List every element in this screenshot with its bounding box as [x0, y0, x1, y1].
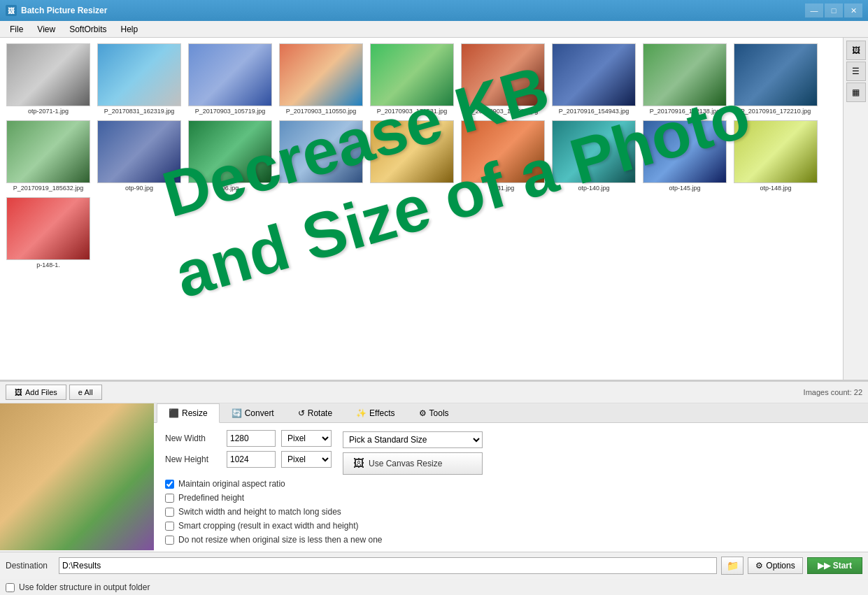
aspect-ratio-label: Maintain original aspect ratio — [178, 479, 285, 489]
list-item[interactable]: P_20170916_172138.jpg — [639, 41, 730, 117]
browse-button[interactable]: 📁 — [721, 557, 744, 575]
thumbnail-label: otp-148.jpg — [760, 185, 791, 192]
list-item[interactable]: P_20170903_110550.jpg — [276, 41, 367, 117]
thumbnail-label: p-148-1. — [36, 261, 60, 268]
tab-resize[interactable]: ⬛ Resize — [157, 403, 220, 423]
no-resize-checkbox[interactable] — [165, 536, 174, 545]
canvas-resize-label: Use Canvas Resize — [369, 459, 442, 468]
list-item[interactable]: P_20170831_162319.jpg — [94, 41, 185, 117]
height-label: New Height — [165, 454, 221, 464]
start-button[interactable]: ▶▶ Start — [807, 557, 862, 574]
width-unit-select[interactable]: Pixel Percent Cm Inch — [281, 430, 332, 447]
tab-bar: ⬛ Resize 🔄 Convert ↺ Rotate ✨ Effects — [154, 403, 868, 423]
remove-all-button[interactable]: e All — [69, 385, 102, 400]
height-input[interactable] — [227, 451, 276, 468]
minimize-button[interactable]: — — [805, 3, 823, 17]
list-item[interactable] — [276, 117, 367, 194]
tab-rotate[interactable]: ↺ Rotate — [286, 403, 344, 422]
list-item[interactable]: P_20170903_171531.jpg — [367, 41, 457, 117]
list-item[interactable]: 06.jpg — [185, 117, 276, 194]
list-item[interactable]: P_20170919_185632.jpg — [3, 117, 94, 194]
list-item[interactable]: P_20170916_172210.jpg — [730, 41, 821, 117]
resize-panel: New Width Pixel Percent Cm Inch — [154, 423, 868, 552]
aspect-ratio-row: Maintain original aspect ratio — [165, 479, 857, 489]
list-item[interactable] — [367, 117, 457, 194]
destination-input[interactable] — [59, 557, 717, 574]
thumbnail-label: otp-2071-1.jpg — [28, 108, 69, 115]
height-row: New Height Pixel Percent Cm Inch — [165, 451, 332, 468]
thumbnail-label: -131.jpg — [492, 185, 515, 192]
thumbnail-label: P_20170903_110550.jpg — [286, 108, 357, 115]
menu-help[interactable]: Help — [114, 23, 145, 36]
options-button[interactable]: ⚙ Options — [748, 557, 802, 574]
thumbnail-image — [643, 43, 727, 106]
list-item[interactable]: otp-90.jpg — [94, 117, 185, 194]
preview-area — [0, 403, 154, 550]
add-files-button[interactable]: 🖼 Add Files — [6, 385, 66, 400]
rotate-icon: ↺ — [298, 408, 305, 418]
width-row: New Width Pixel Percent Cm Inch — [165, 430, 332, 447]
thumbnail-label: P_20170831_162319.jpg — [104, 108, 175, 115]
images-count: Images count: 22 — [804, 388, 862, 396]
tab-tools[interactable]: ⚙ Tools — [407, 403, 461, 422]
predefined-height-label: Predefined height — [178, 493, 244, 503]
add-files-label: Add Files — [25, 388, 57, 396]
tab-effects[interactable]: ✨ Effects — [344, 403, 406, 422]
gallery-grid: otp-2071-1.jpg P_20170831_162319.jpg P_2… — [0, 38, 868, 274]
tab-convert[interactable]: 🔄 Convert — [220, 403, 286, 422]
thumbnail-label: P_20170903_171531.jpg — [377, 108, 448, 115]
view-icon-1[interactable]: 🖼 — [846, 41, 866, 60]
smart-crop-label: Smart cropping (result in exact width an… — [178, 521, 358, 531]
list-item[interactable]: P_20170903_182256.jpg — [457, 41, 548, 117]
thumbnail-label: otp-145.jpg — [669, 185, 700, 192]
list-item[interactable]: otp-148.jpg — [730, 117, 821, 194]
menu-view[interactable]: View — [30, 23, 62, 36]
predefined-height-row: Predefined height — [165, 493, 857, 503]
no-resize-row: Do not resize when original size is less… — [165, 535, 857, 545]
options-label: Options — [766, 561, 795, 571]
list-item[interactable]: otp-140.jpg — [548, 117, 639, 194]
titlebar: 🖼 Batch Picture Resizer — □ ✕ — [0, 0, 868, 21]
predefined-height-checkbox[interactable] — [165, 494, 174, 503]
thumbnail-label: P_20170916_172210.jpg — [741, 108, 811, 115]
switch-sides-row: Switch width and height to match long si… — [165, 507, 857, 517]
resize-icon: ⬛ — [169, 408, 179, 418]
switch-sides-checkbox[interactable] — [165, 508, 174, 517]
smart-crop-checkbox[interactable] — [165, 522, 174, 531]
canvas-resize-button[interactable]: 🖼 Use Canvas Resize — [343, 452, 483, 475]
app-icon: 🖼 — [6, 5, 17, 16]
thumbnail-image — [97, 43, 181, 106]
view-icon-3[interactable]: ▦ — [846, 83, 866, 102]
width-input[interactable] — [227, 430, 276, 447]
list-item[interactable]: P_20170903_105719.jpg — [185, 41, 276, 117]
height-unit-select[interactable]: Pixel Percent Cm Inch — [281, 451, 332, 468]
convert-icon: 🔄 — [232, 408, 242, 418]
tab-rotate-label: Rotate — [308, 408, 332, 418]
thumbnail-image — [370, 120, 454, 183]
thumbnail-label: P_20170916_172138.jpg — [650, 108, 720, 115]
list-item[interactable]: otp-2071-1.jpg — [3, 41, 94, 117]
use-folder-checkbox[interactable] — [6, 583, 15, 592]
thumbnail-image — [97, 120, 181, 183]
thumbnail-image — [6, 43, 90, 106]
menu-softorbits[interactable]: SoftOrbits — [62, 23, 113, 36]
gear-icon: ⚙ — [755, 561, 763, 571]
thumbnail-image — [188, 120, 272, 183]
list-item[interactable]: p-148-1. — [3, 194, 94, 271]
standard-size-select[interactable]: Pick a Standard Size 640x480 800x600 102… — [343, 431, 483, 448]
thumbnail-image — [279, 43, 363, 106]
bottom-panel: 🖼 Add Files e All Images count: 22 ⬛ Res… — [0, 381, 868, 595]
maximize-button[interactable]: □ — [825, 3, 843, 17]
aspect-ratio-checkbox[interactable] — [165, 480, 174, 489]
list-item[interactable]: -131.jpg — [457, 117, 548, 194]
close-button[interactable]: ✕ — [844, 3, 862, 17]
list-item[interactable]: P_20170916_154943.jpg — [548, 41, 639, 117]
thumbnail-image — [188, 43, 272, 106]
preview-image — [0, 403, 154, 550]
app-title: Batch Picture Resizer — [21, 6, 805, 15]
image-gallery: otp-2071-1.jpg P_20170831_162319.jpg P_2… — [0, 38, 868, 381]
list-item[interactable]: otp-145.jpg — [639, 117, 730, 194]
tab-effects-label: Effects — [369, 408, 394, 418]
menu-file[interactable]: File — [3, 23, 30, 36]
view-icon-2[interactable]: ☰ — [846, 62, 866, 81]
